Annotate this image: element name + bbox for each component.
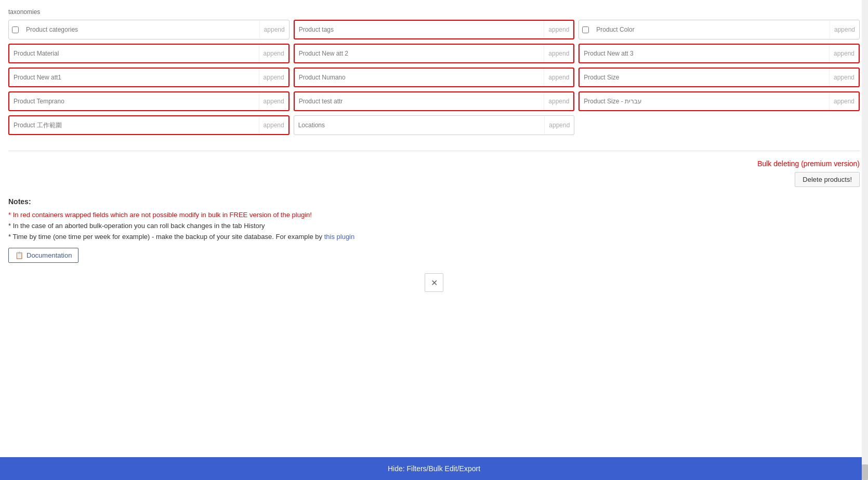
product-size-append[interactable]: append (829, 69, 859, 86)
note-3: * Time by time (one time per week for ex… (8, 233, 860, 241)
product-temprano-append[interactable]: append (259, 92, 288, 110)
product-new-att3-append[interactable]: append (829, 45, 859, 62)
field-locations: append (294, 115, 575, 135)
product-size-hebrew-input[interactable] (580, 92, 829, 110)
scrollbar[interactable] (862, 0, 868, 480)
product-tags-input[interactable] (295, 21, 544, 38)
product-test-attr-append[interactable]: append (544, 92, 573, 110)
main-content: taxonomies append append append app (0, 0, 868, 480)
product-material-input[interactable] (9, 45, 259, 62)
locations-append[interactable]: append (544, 116, 574, 134)
close-button-wrapper: ✕ (8, 273, 860, 292)
product-categories-input[interactable] (22, 21, 259, 38)
premium-label: (premium version) (801, 159, 860, 168)
taxonomy-row-4: append append append (8, 91, 860, 111)
product-numano-input[interactable] (295, 69, 544, 86)
section-label: taxonomies (8, 8, 860, 16)
bottom-bar[interactable]: Hide: Filters/Bulk Edit/Export (0, 457, 868, 480)
bulk-delete-section: Bulk deleting (premium version) Delete p… (8, 159, 860, 187)
field-product-new-att2: append (294, 44, 575, 63)
field-product-new-att3: append (578, 44, 860, 63)
color-checkbox-input[interactable] (582, 26, 589, 33)
field-product-temprano: append (8, 91, 290, 111)
product-chinese-append[interactable]: append (259, 116, 288, 134)
documentation-button[interactable]: 📋 Documentation (8, 248, 78, 263)
field-product-test-attr: append (294, 91, 575, 111)
product-material-append[interactable]: append (259, 45, 288, 62)
checkbox-input[interactable] (12, 26, 19, 33)
product-color-input[interactable] (592, 21, 830, 38)
product-numano-append[interactable]: append (544, 69, 573, 86)
product-size-hebrew-append[interactable]: append (829, 92, 859, 110)
taxonomy-row-5: append append (8, 115, 860, 135)
note-2: * In the case of an aborted bulk-operati… (8, 222, 860, 230)
product-color-append[interactable]: append (830, 21, 859, 38)
close-button[interactable]: ✕ (425, 273, 443, 292)
taxonomy-row-3: append append append (8, 68, 860, 87)
field-product-material: append (8, 44, 290, 63)
product-categories-checkbox[interactable] (9, 26, 22, 33)
field-product-numano: append (294, 68, 575, 87)
empty-cell (578, 115, 860, 135)
product-new-att1-input[interactable] (9, 69, 259, 86)
this-plugin-link[interactable]: this plugin (324, 233, 355, 241)
locations-input[interactable] (294, 116, 545, 134)
product-categories-append[interactable]: append (259, 21, 289, 38)
field-product-categories: append (8, 20, 290, 39)
notes-section: Notes: * In red containers wrapped field… (8, 197, 860, 263)
field-product-color: append (578, 20, 860, 39)
field-product-size: append (578, 68, 860, 87)
scrollbar-thumb[interactable] (862, 464, 868, 480)
product-tags-append[interactable]: append (544, 21, 573, 38)
product-temprano-input[interactable] (9, 92, 259, 110)
product-chinese-input[interactable] (9, 116, 259, 134)
product-new-att3-input[interactable] (580, 45, 829, 62)
product-new-att2-append[interactable]: append (544, 45, 573, 62)
note-1: * In red containers wrapped fields which… (8, 211, 860, 219)
field-product-size-hebrew: append (578, 91, 860, 111)
notes-title: Notes: (8, 197, 860, 206)
field-product-tags: append (294, 20, 575, 39)
product-color-checkbox[interactable] (579, 26, 592, 33)
product-new-att1-append[interactable]: append (259, 69, 288, 86)
close-icon: ✕ (431, 278, 438, 288)
delete-products-button[interactable]: Delete products! (795, 172, 860, 187)
book-icon: 📋 (15, 251, 23, 259)
bulk-delete-title: Bulk deleting (premium version) (757, 159, 860, 168)
taxonomy-row-1: append append append (8, 20, 860, 39)
taxonomy-row-2: append append append (8, 44, 860, 63)
product-new-att2-input[interactable] (295, 45, 544, 62)
field-product-chinese: append (8, 115, 290, 135)
product-size-input[interactable] (580, 69, 829, 86)
divider (8, 151, 860, 151)
product-test-attr-input[interactable] (295, 92, 544, 110)
field-product-new-att1: append (8, 68, 290, 87)
